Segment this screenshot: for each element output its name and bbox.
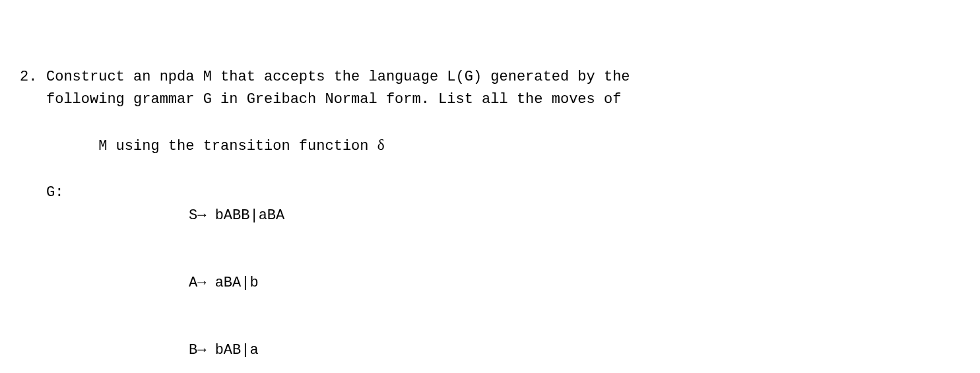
grammar-rule-2: B→ bAB|a [102, 317, 259, 373]
intro-line-3-prefix: M using the transition function [98, 138, 377, 154]
grammar-line-2: B→ bAB|a [46, 317, 960, 373]
rule-rhs: bAB|a [206, 342, 258, 358]
grammar-indent [46, 250, 102, 317]
grammar-block: G: S→ bABB|aBA A→ aBA|b B→ bAB|a [46, 182, 960, 373]
grammar-line-1: A→ aBA|b [46, 250, 960, 317]
problem-block: 2. Construct an npda M that accepts the … [20, 66, 960, 373]
grammar-line-0: G: S→ bABB|aBA [46, 182, 960, 249]
grammar-indent [46, 317, 102, 373]
intro-line-3: M using the transition function δ [46, 111, 960, 180]
intro-line-2: following grammar G in Greibach Normal f… [46, 88, 960, 111]
problem-content: Construct an npda M that accepts the lan… [46, 66, 960, 373]
grammar-label: G: [46, 182, 102, 249]
delta-symbol: δ [377, 137, 385, 153]
rule-rhs: bABB|aBA [206, 207, 284, 224]
arrow-icon: → [197, 275, 206, 291]
rule-lhs: S [189, 207, 197, 224]
rule-lhs: A [189, 275, 197, 291]
problem-number: 2. [20, 66, 46, 373]
arrow-icon: → [197, 207, 206, 224]
grammar-rule-0: S→ bABB|aBA [102, 182, 284, 249]
grammar-rule-1: A→ aBA|b [102, 250, 259, 317]
intro-line-1: Construct an npda M that accepts the lan… [46, 66, 960, 88]
rule-lhs: B [189, 342, 197, 358]
arrow-icon: → [197, 342, 206, 358]
rule-rhs: aBA|b [206, 275, 258, 291]
